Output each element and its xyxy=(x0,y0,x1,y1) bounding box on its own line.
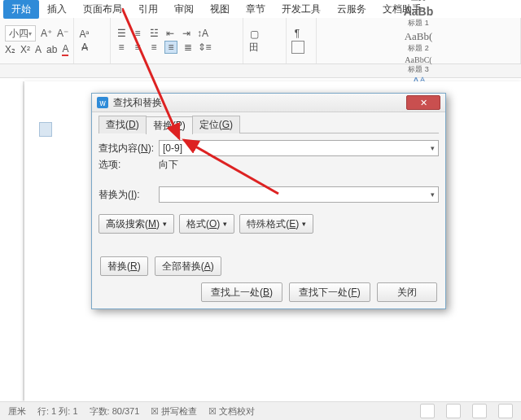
dialog-tabs: 查找(D) 替换(P) 定位(G) xyxy=(99,116,439,133)
find-label: 查找内容(N): xyxy=(99,142,154,155)
paragraph-mark-icon[interactable]: ¶ xyxy=(291,28,303,39)
style-sample: AaBb( xyxy=(405,30,433,43)
style-h1[interactable]: AaBb标题 1 xyxy=(398,4,439,29)
shading-icon[interactable]: ▢ xyxy=(248,28,260,40)
line-spacing-icon[interactable]: ⇕≡ xyxy=(199,42,210,53)
find-input-value: [0-9] xyxy=(163,142,182,154)
btn-label: 替换(R) xyxy=(107,260,141,273)
page-indicator-icon xyxy=(39,122,52,137)
menu-tab-review[interactable]: 审阅 xyxy=(166,0,202,19)
menu-tab-cloud[interactable]: 云服务 xyxy=(329,0,374,19)
style-name: 标题 3 xyxy=(408,64,429,75)
style-sample: AaBbC( xyxy=(405,55,431,64)
word-count[interactable]: 字数: 80/371 xyxy=(90,405,140,418)
btn-label: 高级搜索(M) xyxy=(106,217,160,231)
sub-icon[interactable]: X₂ xyxy=(5,44,15,55)
sort-icon[interactable]: ↕A xyxy=(197,28,208,39)
dialog-title: 查找和替换 xyxy=(113,96,401,110)
font-size-value: 小四 xyxy=(9,27,28,41)
chevron-down-icon[interactable]: ▾ xyxy=(431,190,435,199)
menu-tab-dev[interactable]: 开发工具 xyxy=(274,0,329,19)
cursor-position: 行: 1 列: 1 xyxy=(37,405,78,418)
align-left-icon[interactable]: ≡ xyxy=(116,42,127,53)
style-h2[interactable]: AaBb(标题 2 xyxy=(398,29,439,55)
distribute-icon[interactable]: ≣ xyxy=(182,42,194,53)
highlight-icon[interactable]: ab xyxy=(46,44,57,55)
bullets-icon[interactable]: ☰ xyxy=(116,28,127,39)
find-input[interactable]: [0-9] ▾ xyxy=(159,140,439,156)
docproof-status[interactable]: ☒ 文档校对 xyxy=(208,405,255,418)
increase-font-icon[interactable]: A⁺ xyxy=(41,28,52,39)
options-label: 选项: xyxy=(99,158,154,172)
font-color-icon[interactable]: A xyxy=(62,43,68,56)
app-icon: w xyxy=(97,97,108,108)
menu-tab-start[interactable]: 开始 xyxy=(3,0,39,19)
multilevel-icon[interactable]: ☳ xyxy=(148,28,160,39)
tab-replace[interactable]: 替换(P) xyxy=(146,116,193,134)
view-page-icon[interactable] xyxy=(420,404,435,418)
chevron-down-icon[interactable]: ▾ xyxy=(431,144,435,152)
view-split-icon[interactable] xyxy=(498,404,513,418)
indent-inc-icon[interactable]: ⇥ xyxy=(181,28,192,39)
tab-find[interactable]: 查找(D) xyxy=(99,116,147,133)
change-case-icon[interactable]: Aᵃ xyxy=(79,28,90,40)
align-justify-icon[interactable]: ≡ xyxy=(164,41,177,54)
dialog-titlebar[interactable]: w 查找和替换 ✕ xyxy=(92,94,445,112)
menu-tab-view[interactable]: 视图 xyxy=(202,0,238,19)
replace-button[interactable]: 替换(R) xyxy=(100,256,148,276)
tab-label: 定位(G) xyxy=(199,119,233,130)
style-h3[interactable]: AaBbC(标题 3 xyxy=(398,55,439,76)
close-dialog-button[interactable]: 关闭 xyxy=(377,282,437,302)
tab-goto[interactable]: 定位(G) xyxy=(192,116,240,133)
align-center-icon[interactable]: ≡ xyxy=(132,42,143,53)
char-style-icon[interactable]: A xyxy=(35,44,42,55)
replace-input[interactable]: ▾ xyxy=(159,186,439,203)
numbering-icon[interactable]: ≡ xyxy=(132,28,143,39)
btn-label: 格式(O) xyxy=(186,217,220,231)
clear-format-icon[interactable]: A̶ xyxy=(79,42,90,53)
format-button[interactable]: 格式(O)▾ xyxy=(179,214,234,234)
style-name: 正文 xyxy=(411,0,426,3)
advanced-search-button[interactable]: 高级搜索(M)▾ xyxy=(99,214,174,234)
chevron-down-icon: ▾ xyxy=(223,220,227,228)
style-name: 标题 2 xyxy=(408,43,429,54)
indent-dec-icon[interactable]: ⇤ xyxy=(164,28,176,39)
view-web-icon[interactable] xyxy=(472,404,487,418)
find-replace-dialog: w 查找和替换 ✕ 查找(D) 替换(P) 定位(G) 查找内容(N): [0-… xyxy=(91,93,446,309)
view-outline-icon[interactable] xyxy=(446,404,461,418)
spellcheck-status[interactable]: ☒ 拼写检查 xyxy=(151,405,197,418)
spellcheck-label: 拼写检查 xyxy=(161,406,197,416)
btn-label: 查找下一处(F) xyxy=(299,286,360,300)
special-format-button[interactable]: 特殊格式(E)▾ xyxy=(239,214,313,234)
replace-label: 替换为(I): xyxy=(99,188,154,202)
find-next-button[interactable]: 查找下一处(F) xyxy=(289,282,370,302)
replace-all-button[interactable]: 全部替换(A) xyxy=(155,256,221,276)
sup-icon[interactable]: X² xyxy=(20,44,30,55)
tab-label: 查找(D) xyxy=(106,119,139,130)
menu-tab-section[interactable]: 章节 xyxy=(238,0,274,19)
menu-tab-insert[interactable]: 插入 xyxy=(39,0,75,19)
menu-tab-layout[interactable]: 页面布局 xyxy=(75,0,130,19)
style-name: 标题 1 xyxy=(408,18,429,28)
tab-label: 替换(P) xyxy=(153,120,186,131)
close-button[interactable]: ✕ xyxy=(406,95,440,110)
unit-label: 厘米 xyxy=(8,405,26,418)
font-size-select[interactable]: 小四▾ xyxy=(5,25,36,42)
border-box-icon[interactable] xyxy=(291,41,304,54)
align-right-icon[interactable]: ≡ xyxy=(148,42,160,53)
btn-label: 全部替换(A) xyxy=(162,260,214,273)
menu-tab-ref[interactable]: 引用 xyxy=(130,0,166,19)
menu-bar: 开始 插入 页面布局 引用 审阅 视图 章节 开发工具 云服务 文档助手 xyxy=(0,0,521,18)
find-prev-button[interactable]: 查找上一处(B) xyxy=(201,282,282,302)
docproof-label: 文档校对 xyxy=(219,406,255,416)
borders-icon[interactable]: 田 xyxy=(248,42,260,53)
style-sample: AaBb xyxy=(404,5,434,18)
decrease-font-icon[interactable]: A⁻ xyxy=(57,28,68,39)
status-bar: 厘米 行: 1 列: 1 字数: 80/371 ☒ 拼写检查 ☒ 文档校对 xyxy=(0,401,521,420)
options-value: 向下 xyxy=(159,158,178,172)
chevron-down-icon: ▾ xyxy=(163,220,167,228)
chevron-down-icon: ▾ xyxy=(28,30,32,37)
btn-label: 特殊格式(E) xyxy=(247,217,299,231)
btn-label: 查找上一处(B) xyxy=(211,286,273,300)
ruler xyxy=(0,64,521,78)
